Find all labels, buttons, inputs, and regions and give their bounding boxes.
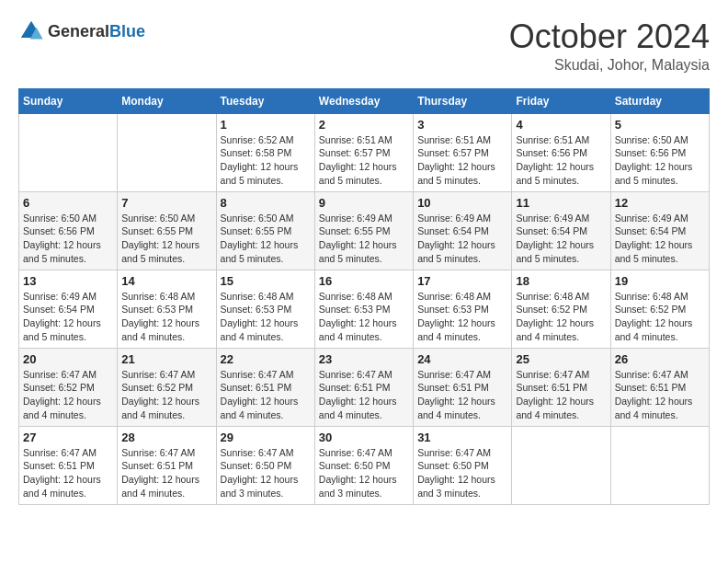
day-detail: Sunrise: 6:48 AMSunset: 6:52 PMDaylight:… [615, 290, 705, 344]
month-title: October 2024 [509, 18, 710, 55]
calendar-cell: 21Sunrise: 6:47 AMSunset: 6:52 PMDayligh… [118, 348, 216, 426]
title-block: October 2024 Skudai, Johor, Malaysia [509, 18, 710, 74]
day-number: 31 [417, 431, 507, 444]
calendar-cell: 6Sunrise: 6:50 AMSunset: 6:56 PMDaylight… [19, 191, 118, 270]
day-number: 26 [615, 352, 705, 366]
calendar-cell: 20Sunrise: 6:47 AMSunset: 6:52 PMDayligh… [19, 348, 118, 426]
day-number: 28 [121, 431, 211, 444]
day-number: 22 [221, 352, 311, 366]
calendar-cell: 11Sunrise: 6:49 AMSunset: 6:54 PMDayligh… [512, 191, 610, 270]
day-detail: Sunrise: 6:50 AMSunset: 6:56 PMDaylight:… [615, 133, 705, 188]
calendar-cell: 28Sunrise: 6:47 AMSunset: 6:51 PMDayligh… [118, 426, 216, 504]
calendar-cell: 8Sunrise: 6:50 AMSunset: 6:55 PMDaylight… [216, 191, 314, 270]
day-detail: Sunrise: 6:48 AMSunset: 6:52 PMDaylight:… [516, 290, 606, 344]
calendar-cell [512, 426, 610, 504]
calendar-cell: 23Sunrise: 6:47 AMSunset: 6:51 PMDayligh… [314, 348, 413, 426]
calendar-cell [19, 113, 118, 191]
day-number: 11 [516, 196, 606, 210]
day-detail: Sunrise: 6:47 AMSunset: 6:51 PMDaylight:… [221, 368, 311, 422]
day-header-tuesday: Tuesday [216, 88, 314, 113]
day-header-wednesday: Wednesday [314, 88, 413, 113]
calendar-cell: 13Sunrise: 6:49 AMSunset: 6:54 PMDayligh… [19, 270, 118, 348]
day-number: 14 [121, 274, 211, 288]
day-number: 4 [516, 118, 606, 132]
day-detail: Sunrise: 6:49 AMSunset: 6:54 PMDaylight:… [516, 212, 606, 266]
day-detail: Sunrise: 6:48 AMSunset: 6:53 PMDaylight:… [319, 290, 409, 344]
day-number: 17 [417, 274, 507, 288]
day-detail: Sunrise: 6:51 AMSunset: 6:57 PMDaylight:… [319, 133, 409, 188]
day-detail: Sunrise: 6:47 AMSunset: 6:50 PMDaylight:… [417, 446, 507, 500]
day-detail: Sunrise: 6:49 AMSunset: 6:54 PMDaylight:… [417, 212, 507, 266]
calendar-cell: 12Sunrise: 6:49 AMSunset: 6:54 PMDayligh… [610, 191, 709, 270]
calendar-cell [118, 113, 216, 191]
calendar-cell: 31Sunrise: 6:47 AMSunset: 6:50 PMDayligh… [414, 426, 512, 504]
calendar-cell: 17Sunrise: 6:48 AMSunset: 6:53 PMDayligh… [414, 270, 512, 348]
calendar-week-5: 27Sunrise: 6:47 AMSunset: 6:51 PMDayligh… [19, 426, 710, 504]
day-detail: Sunrise: 6:48 AMSunset: 6:53 PMDaylight:… [121, 290, 211, 344]
day-detail: Sunrise: 6:51 AMSunset: 6:57 PMDaylight:… [417, 133, 507, 188]
day-detail: Sunrise: 6:48 AMSunset: 6:53 PMDaylight:… [417, 290, 507, 344]
calendar-cell: 26Sunrise: 6:47 AMSunset: 6:51 PMDayligh… [610, 348, 709, 426]
day-number: 13 [23, 274, 113, 288]
logo-icon [18, 18, 44, 44]
day-header-sunday: Sunday [19, 88, 118, 113]
day-detail: Sunrise: 6:49 AMSunset: 6:54 PMDaylight:… [23, 290, 113, 344]
day-detail: Sunrise: 6:47 AMSunset: 6:51 PMDaylight:… [516, 368, 606, 422]
day-number: 24 [417, 352, 507, 366]
calendar-cell: 27Sunrise: 6:47 AMSunset: 6:51 PMDayligh… [19, 426, 118, 504]
calendar-week-2: 6Sunrise: 6:50 AMSunset: 6:56 PMDaylight… [19, 191, 710, 270]
day-number: 29 [221, 431, 311, 444]
calendar-cell: 5Sunrise: 6:50 AMSunset: 6:56 PMDaylight… [610, 113, 709, 191]
day-number: 8 [221, 196, 311, 210]
calendar-cell: 25Sunrise: 6:47 AMSunset: 6:51 PMDayligh… [512, 348, 610, 426]
day-detail: Sunrise: 6:47 AMSunset: 6:51 PMDaylight:… [23, 446, 113, 500]
calendar-cell: 16Sunrise: 6:48 AMSunset: 6:53 PMDayligh… [314, 270, 413, 348]
calendar-cell: 15Sunrise: 6:48 AMSunset: 6:53 PMDayligh… [216, 270, 314, 348]
calendar-body: 1Sunrise: 6:52 AMSunset: 6:58 PMDaylight… [19, 113, 710, 504]
day-detail: Sunrise: 6:48 AMSunset: 6:53 PMDaylight:… [221, 290, 311, 344]
day-detail: Sunrise: 6:52 AMSunset: 6:58 PMDaylight:… [221, 133, 311, 188]
day-detail: Sunrise: 6:47 AMSunset: 6:51 PMDaylight:… [121, 446, 211, 500]
day-detail: Sunrise: 6:50 AMSunset: 6:55 PMDaylight:… [221, 212, 311, 266]
calendar-header-row: SundayMondayTuesdayWednesdayThursdayFrid… [19, 88, 710, 113]
calendar-cell: 3Sunrise: 6:51 AMSunset: 6:57 PMDaylight… [414, 113, 512, 191]
calendar-cell: 7Sunrise: 6:50 AMSunset: 6:55 PMDaylight… [118, 191, 216, 270]
calendar-week-3: 13Sunrise: 6:49 AMSunset: 6:54 PMDayligh… [19, 270, 710, 348]
day-number: 1 [221, 118, 311, 132]
day-number: 19 [615, 274, 705, 288]
day-number: 12 [615, 196, 705, 210]
day-detail: Sunrise: 6:51 AMSunset: 6:56 PMDaylight:… [516, 133, 606, 188]
calendar-week-1: 1Sunrise: 6:52 AMSunset: 6:58 PMDaylight… [19, 113, 710, 191]
logo: GeneralBlue [18, 18, 145, 44]
day-number: 2 [319, 118, 409, 132]
logo-general: General [48, 22, 109, 40]
calendar-cell [610, 426, 709, 504]
day-detail: Sunrise: 6:47 AMSunset: 6:52 PMDaylight:… [121, 368, 211, 422]
calendar-cell: 22Sunrise: 6:47 AMSunset: 6:51 PMDayligh… [216, 348, 314, 426]
day-detail: Sunrise: 6:47 AMSunset: 6:51 PMDaylight:… [417, 368, 507, 422]
location-title: Skudai, Johor, Malaysia [509, 57, 710, 74]
day-header-monday: Monday [118, 88, 216, 113]
calendar-cell: 19Sunrise: 6:48 AMSunset: 6:52 PMDayligh… [610, 270, 709, 348]
logo-blue: Blue [109, 22, 145, 40]
day-number: 16 [319, 274, 409, 288]
calendar-cell: 4Sunrise: 6:51 AMSunset: 6:56 PMDaylight… [512, 113, 610, 191]
day-header-friday: Friday [512, 88, 610, 113]
calendar-cell: 2Sunrise: 6:51 AMSunset: 6:57 PMDaylight… [314, 113, 413, 191]
day-number: 25 [516, 352, 606, 366]
day-detail: Sunrise: 6:47 AMSunset: 6:50 PMDaylight:… [221, 446, 311, 500]
day-detail: Sunrise: 6:49 AMSunset: 6:55 PMDaylight:… [319, 212, 409, 266]
day-number: 9 [319, 196, 409, 210]
day-detail: Sunrise: 6:49 AMSunset: 6:54 PMDaylight:… [615, 212, 705, 266]
calendar-cell: 9Sunrise: 6:49 AMSunset: 6:55 PMDaylight… [314, 191, 413, 270]
day-number: 30 [319, 431, 409, 444]
day-number: 7 [121, 196, 211, 210]
day-number: 18 [516, 274, 606, 288]
calendar-cell: 29Sunrise: 6:47 AMSunset: 6:50 PMDayligh… [216, 426, 314, 504]
day-header-thursday: Thursday [414, 88, 512, 113]
day-number: 20 [23, 352, 113, 366]
day-number: 21 [121, 352, 211, 366]
day-detail: Sunrise: 6:50 AMSunset: 6:56 PMDaylight:… [23, 212, 113, 266]
day-detail: Sunrise: 6:50 AMSunset: 6:55 PMDaylight:… [121, 212, 211, 266]
day-number: 5 [615, 118, 705, 132]
